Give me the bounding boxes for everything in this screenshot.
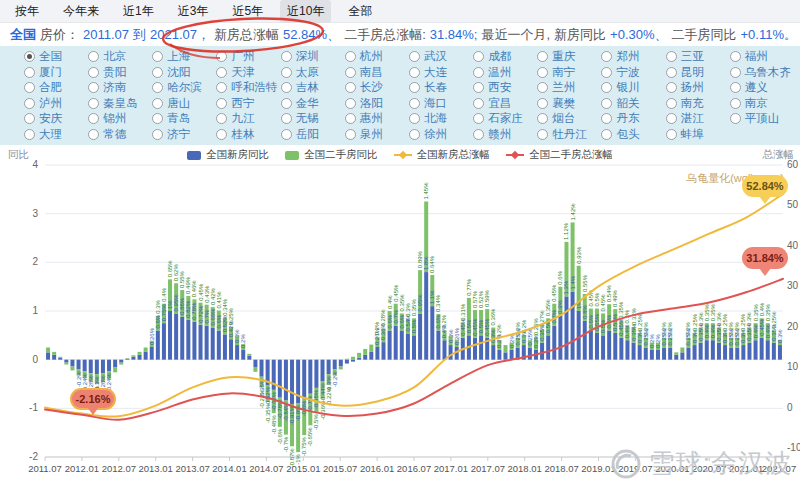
- chart-plot-area[interactable]: 43210-1-26050403020100-102011.072012.012…: [0, 145, 800, 483]
- tab-按年[interactable]: 按年: [8, 0, 46, 23]
- radio-icon[interactable]: [730, 67, 741, 78]
- legend-item-used-bar[interactable]: 全国二手房同比: [285, 148, 378, 162]
- radio-icon[interactable]: [216, 129, 227, 140]
- radio-icon[interactable]: [88, 82, 99, 93]
- radio-icon[interactable]: [216, 113, 227, 124]
- radio-icon[interactable]: [345, 67, 356, 78]
- city-option-南昌[interactable]: 南昌: [345, 65, 409, 80]
- radio-icon[interactable]: [601, 98, 612, 109]
- radio-icon[interactable]: [152, 98, 163, 109]
- radio-icon[interactable]: [537, 113, 548, 124]
- city-option-牡丹江[interactable]: 牡丹江: [537, 127, 601, 142]
- radio-icon[interactable]: [88, 51, 99, 62]
- city-option-桂林[interactable]: 桂林: [216, 127, 280, 142]
- city-option-唐山[interactable]: 唐山: [152, 96, 216, 111]
- city-option-安庆[interactable]: 安庆: [24, 111, 88, 126]
- radio-icon[interactable]: [345, 129, 356, 140]
- radio-icon[interactable]: [473, 51, 484, 62]
- radio-icon[interactable]: [281, 67, 292, 78]
- city-option-兰州[interactable]: 兰州: [537, 80, 601, 95]
- city-option-泉州[interactable]: 泉州: [345, 127, 409, 142]
- tab-全部[interactable]: 全部: [341, 0, 379, 23]
- city-option-杭州[interactable]: 杭州: [345, 49, 409, 64]
- radio-icon[interactable]: [409, 67, 420, 78]
- city-option-宜昌[interactable]: 宜昌: [473, 96, 537, 111]
- city-option-洛阳[interactable]: 洛阳: [345, 96, 409, 111]
- city-option-襄樊[interactable]: 襄樊: [537, 96, 601, 111]
- city-option-天津[interactable]: 天津: [216, 65, 280, 80]
- city-option-贵阳[interactable]: 贵阳: [88, 65, 152, 80]
- radio-icon[interactable]: [473, 82, 484, 93]
- city-option-福州[interactable]: 福州: [730, 49, 794, 64]
- city-option-金华[interactable]: 金华: [281, 96, 345, 111]
- city-option-丹东[interactable]: 丹东: [601, 111, 665, 126]
- radio-icon[interactable]: [409, 129, 420, 140]
- city-option-济宁[interactable]: 济宁: [152, 127, 216, 142]
- legend-item-new-bar[interactable]: 全国新房同比: [187, 148, 269, 162]
- city-option-惠州[interactable]: 惠州: [345, 111, 409, 126]
- city-option-呼和浩特[interactable]: 呼和浩特: [216, 80, 280, 95]
- tab-今年来[interactable]: 今年来: [56, 0, 106, 23]
- city-option-乌鲁木齐[interactable]: 乌鲁木齐: [730, 65, 794, 80]
- radio-icon[interactable]: [473, 113, 484, 124]
- radio-icon[interactable]: [152, 113, 163, 124]
- city-option-海口[interactable]: 海口: [409, 96, 473, 111]
- city-option-大连[interactable]: 大连: [409, 65, 473, 80]
- city-option-温州[interactable]: 温州: [473, 65, 537, 80]
- radio-icon[interactable]: [537, 51, 548, 62]
- radio-icon[interactable]: [281, 113, 292, 124]
- radio-icon[interactable]: [409, 51, 420, 62]
- radio-icon[interactable]: [345, 82, 356, 93]
- city-option-南充[interactable]: 南充: [666, 96, 730, 111]
- city-option-泸州[interactable]: 泸州: [24, 96, 88, 111]
- city-option-长沙[interactable]: 长沙: [345, 80, 409, 95]
- city-option-九江[interactable]: 九江: [216, 111, 280, 126]
- city-option-扬州[interactable]: 扬州: [666, 80, 730, 95]
- tab-近10年[interactable]: 近10年: [280, 0, 331, 23]
- radio-icon[interactable]: [601, 113, 612, 124]
- radio-icon[interactable]: [537, 98, 548, 109]
- city-option-秦皇岛[interactable]: 秦皇岛: [88, 96, 152, 111]
- city-option-成都[interactable]: 成都: [473, 49, 537, 64]
- radio-icon[interactable]: [24, 129, 35, 140]
- radio-icon[interactable]: [152, 67, 163, 78]
- tab-近5年[interactable]: 近5年: [225, 0, 270, 23]
- radio-icon[interactable]: [24, 51, 35, 62]
- city-option-重庆[interactable]: 重庆: [537, 49, 601, 64]
- radio-icon[interactable]: [409, 82, 420, 93]
- radio-icon[interactable]: [88, 98, 99, 109]
- legend-item-used-line[interactable]: 全国二手房总涨幅: [506, 148, 613, 162]
- city-option-石家庄[interactable]: 石家庄: [473, 111, 537, 126]
- city-option-西安[interactable]: 西安: [473, 80, 537, 95]
- radio-icon[interactable]: [216, 98, 227, 109]
- radio-icon[interactable]: [88, 67, 99, 78]
- radio-icon[interactable]: [730, 113, 741, 124]
- radio-icon[interactable]: [24, 82, 35, 93]
- city-option-蚌埠[interactable]: 蚌埠: [666, 127, 730, 142]
- city-option-韶关[interactable]: 韶关: [601, 96, 665, 111]
- radio-icon[interactable]: [601, 129, 612, 140]
- city-option-昆明[interactable]: 昆明: [666, 65, 730, 80]
- city-option-银川[interactable]: 银川: [601, 80, 665, 95]
- city-option-湛江[interactable]: 湛江: [666, 111, 730, 126]
- city-option-常德[interactable]: 常德: [88, 127, 152, 142]
- radio-icon[interactable]: [24, 113, 35, 124]
- radio-icon[interactable]: [281, 82, 292, 93]
- radio-icon[interactable]: [666, 51, 677, 62]
- tab-近3年[interactable]: 近3年: [171, 0, 216, 23]
- radio-icon[interactable]: [601, 51, 612, 62]
- radio-icon[interactable]: [24, 67, 35, 78]
- radio-icon[interactable]: [345, 98, 356, 109]
- city-option-岳阳[interactable]: 岳阳: [281, 127, 345, 142]
- radio-icon[interactable]: [216, 67, 227, 78]
- city-option-太原[interactable]: 太原: [281, 65, 345, 80]
- city-option-哈尔滨[interactable]: 哈尔滨: [152, 80, 216, 95]
- radio-icon[interactable]: [730, 82, 741, 93]
- city-option-徐州[interactable]: 徐州: [409, 127, 473, 142]
- city-option-厦门[interactable]: 厦门: [24, 65, 88, 80]
- radio-icon[interactable]: [88, 113, 99, 124]
- radio-icon[interactable]: [152, 51, 163, 62]
- radio-icon[interactable]: [730, 98, 741, 109]
- city-option-全国[interactable]: 全国: [24, 49, 88, 64]
- city-option-锦州[interactable]: 锦州: [88, 111, 152, 126]
